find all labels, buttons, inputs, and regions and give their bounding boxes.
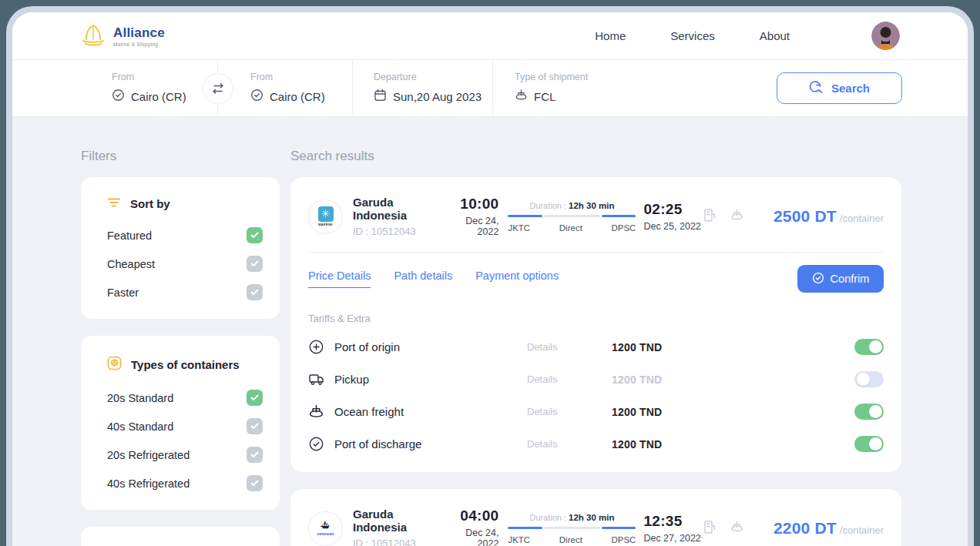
departure-time-block: 04:00 Dec 24, 2022 xyxy=(448,507,498,546)
tab-path-details[interactable]: Path details xyxy=(394,270,452,288)
tariff-label: Ocean freight xyxy=(334,405,527,418)
carrier-name: Garuda Indonesia xyxy=(353,196,448,222)
arrival-date: Dec 25, 2022 xyxy=(643,221,703,232)
pickup-toggle[interactable] xyxy=(854,371,884,387)
brand-logo[interactable]: Alliance Marine & Shipping xyxy=(80,23,165,49)
container-option-20s-refrigerated: 20s Refrigerated xyxy=(107,447,263,463)
40s-standard-checkbox[interactable] xyxy=(247,418,263,434)
container-icon xyxy=(107,356,122,373)
20s-refrigerated-checkbox[interactable] xyxy=(247,447,263,463)
location-icon xyxy=(250,89,263,104)
brand-tagline: Marine & Shipping xyxy=(113,42,165,47)
sort-by-card: Sort by Featured Cheapest Faster xyxy=(81,177,280,319)
tab-payment-options[interactable]: Payment options xyxy=(475,270,559,288)
details-link[interactable]: Details xyxy=(527,406,612,417)
origin-field-value: Cairo (CR) xyxy=(131,90,186,103)
route-timeline: Duration :12h 30 min JKTC Direct DPSC xyxy=(508,513,636,544)
details-link[interactable]: Details xyxy=(527,438,612,450)
location-icon xyxy=(112,89,125,104)
container-types-title: Types of containers xyxy=(131,358,240,371)
tariff-label: Port of origin xyxy=(334,340,527,353)
arrival-time: 02:25 xyxy=(643,201,703,218)
origin-port-code: JKTC xyxy=(508,223,530,233)
search-results-heading: Search results xyxy=(290,149,901,164)
plus-circle-icon xyxy=(308,339,327,355)
nav-home[interactable]: Home xyxy=(595,29,626,42)
top-navbar: Alliance Marine & Shipping Home Services… xyxy=(12,12,968,60)
port-of-discharge-toggle[interactable] xyxy=(854,436,884,452)
search-button-label: Search xyxy=(831,82,870,95)
search-button[interactable]: Search xyxy=(777,72,902,104)
price-value: 2500 DT xyxy=(774,207,837,225)
arrival-time-block: 12:35 Dec 27, 2022 xyxy=(643,513,703,544)
ocean-freight-toggle[interactable] xyxy=(854,404,884,420)
20s-standard-checkbox[interactable] xyxy=(247,390,263,406)
main-content: Filters Sort by Featured xyxy=(12,117,968,546)
divider xyxy=(308,252,884,253)
user-avatar[interactable] xyxy=(871,22,900,50)
tariff-label: Port of discharge xyxy=(334,437,527,451)
search-icon xyxy=(809,80,824,97)
filter-card-partial xyxy=(81,527,280,546)
option-label: 40s Refrigerated xyxy=(107,477,190,490)
confirm-button[interactable]: Confrim xyxy=(797,265,884,293)
truck-icon xyxy=(308,372,327,387)
tariff-row-port-of-discharge: Port of discharge Details 1200 TND xyxy=(308,434,884,454)
departure-field[interactable]: Departure Sun,20 Aug 2023 xyxy=(353,60,493,116)
departure-field-label: Departure xyxy=(374,72,492,82)
departure-date: Dec 24, 2022 xyxy=(448,528,498,546)
price-block: 2200 DT/container xyxy=(774,519,884,538)
sort-option-cheapest: Cheapest xyxy=(107,256,263,272)
tariff-row-ocean-freight: Ocean freight Details 1200 TND xyxy=(308,402,884,421)
arrival-time-block: 02:25 Dec 25, 2022 xyxy=(643,201,703,232)
price-unit: /container xyxy=(840,213,884,224)
swap-locations-button[interactable] xyxy=(203,73,233,104)
cheapest-checkbox[interactable] xyxy=(247,256,263,272)
result-header: ⛴ SENEMAR Garuda Indonesia ID : 10512043… xyxy=(308,504,884,546)
search-results: Search results ✳ MAERSK Garuda Indonesia… xyxy=(290,149,901,546)
departure-date: Dec 24, 2022 xyxy=(448,216,498,237)
option-label: Faster xyxy=(107,286,139,299)
sort-option-featured: Featured xyxy=(107,227,263,243)
departure-time: 04:00 xyxy=(448,507,498,524)
details-link[interactable]: Details xyxy=(527,341,612,353)
tab-price-details[interactable]: Price Details xyxy=(308,270,371,288)
carrier-logo-caption: MAERSK xyxy=(318,223,333,226)
route-line xyxy=(508,527,636,530)
result-header: ✳ MAERSK Garuda Indonesia ID : 10512043 … xyxy=(308,193,884,237)
ship-logo-icon: ⛴ xyxy=(321,521,331,531)
nav-services[interactable]: Services xyxy=(670,29,715,42)
featured-checkbox[interactable] xyxy=(247,227,263,243)
tariff-row-pickup: Pickup Details 1200 TND xyxy=(308,370,884,389)
tariff-price: 1200 TND xyxy=(612,406,720,418)
departure-time-block: 10:00 Dec 24, 2022 xyxy=(448,196,498,237)
route-type: Direct xyxy=(559,535,582,544)
faster-checkbox[interactable] xyxy=(247,284,263,300)
route-line xyxy=(508,215,636,218)
departure-time: 10:00 xyxy=(448,196,498,213)
40s-refrigerated-checkbox[interactable] xyxy=(247,475,263,491)
shipment-type-label: Type of shipment xyxy=(515,72,616,82)
shipment-type-value: FCL xyxy=(534,90,555,103)
carrier-logo-caption: SENEMAR xyxy=(317,532,334,536)
shipment-type-field[interactable]: Type of shipment FCL xyxy=(493,60,616,116)
destination-field[interactable]: From Cairo (CR) xyxy=(218,60,353,116)
ship-icon xyxy=(308,404,327,420)
details-link[interactable]: Details xyxy=(527,373,612,385)
route-type: Direct xyxy=(559,223,582,233)
port-of-origin-toggle[interactable] xyxy=(854,339,884,355)
duration-value: 12h 30 min xyxy=(569,513,614,522)
fuel-pump-icon xyxy=(703,208,717,226)
option-label: 40s Standard xyxy=(107,420,173,433)
destination-port-code: DPSC xyxy=(611,535,636,544)
app-window: Alliance Marine & Shipping Home Services… xyxy=(12,12,968,546)
tariff-row-port-of-origin: Port of origin Details 1200 TND xyxy=(308,337,884,357)
destination-field-label: From xyxy=(250,72,352,82)
nav-about[interactable]: About xyxy=(760,29,790,42)
carrier-logo: ✳ MAERSK xyxy=(308,199,343,234)
container-option-40s-refrigerated: 40s Refrigerated xyxy=(107,475,263,491)
container-option-40s-standard: 40s Standard xyxy=(107,418,263,434)
result-card: ⛴ SENEMAR Garuda Indonesia ID : 10512043… xyxy=(290,489,901,546)
check-circle-icon xyxy=(812,272,824,286)
carrier-logo: ⛴ SENEMAR xyxy=(308,511,343,546)
